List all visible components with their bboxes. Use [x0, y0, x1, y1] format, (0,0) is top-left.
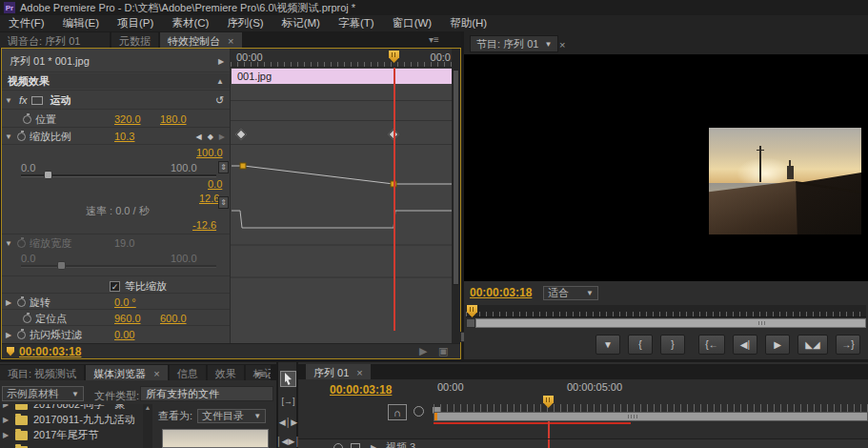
tree-scrollbar[interactable]: ▲ [143, 404, 152, 448]
keyframe-icon[interactable] [235, 129, 246, 139]
program-timeruler[interactable] [466, 305, 866, 317]
scale-value[interactable]: 10.3 [114, 131, 134, 142]
motion-label[interactable]: 运动 [50, 93, 71, 108]
step-back-button[interactable]: ◀| [733, 335, 757, 355]
tree-item[interactable]: ▶ 20170802-同学一聚 [0, 404, 152, 412]
menu-clip[interactable]: 素材(C) [172, 16, 209, 31]
tab-effect-controls[interactable]: 特效控制台 × [160, 32, 242, 48]
folder-icon [15, 431, 28, 440]
selection-tool[interactable] [280, 371, 296, 387]
vertical-scrollbar[interactable] [452, 49, 460, 358]
go-to-out-button[interactable]: →} [836, 335, 860, 355]
anchor-y-value[interactable]: 600.0 [160, 313, 187, 324]
mark-in-button[interactable]: { [628, 335, 653, 355]
settings-icon[interactable] [414, 406, 424, 417]
play-toggle-icon[interactable]: ▶ [218, 57, 224, 66]
menu-title[interactable]: 字幕(T) [338, 16, 374, 31]
tree-item[interactable]: ▶ 20170911-九九九活动 [0, 413, 152, 427]
scale-slider[interactable] [21, 174, 216, 177]
toggle-effects-icon[interactable]: ▣ [438, 345, 448, 357]
menu-project[interactable]: 项目(P) [117, 16, 153, 31]
ripple-edit-tool[interactable]: ◀│▶ [280, 414, 296, 430]
media-thumbnail[interactable] [162, 429, 269, 448]
stopwatch-icon[interactable] [17, 298, 26, 307]
program-scrollbar[interactable] [466, 318, 866, 328]
tab-effects[interactable]: 效果 [208, 365, 244, 380]
checkbox-checked[interactable]: ✓ [110, 281, 120, 292]
timeline-timecode[interactable]: 00:00:03:18 [330, 383, 392, 397]
mini-timeruler[interactable]: 00:00 00:0 [231, 49, 453, 68]
reset-icon[interactable]: ↺ [215, 94, 224, 107]
tab-metadata[interactable]: 元数据 [111, 32, 158, 48]
menu-edit[interactable]: 编辑(E) [63, 16, 99, 31]
stopwatch-icon[interactable] [17, 132, 26, 141]
collapse-icon[interactable]: ▲ [216, 77, 224, 86]
value-spinner[interactable]: ⇕ [218, 196, 229, 209]
tab-info[interactable]: 信息 [170, 365, 206, 380]
slider-knob[interactable] [44, 171, 52, 179]
close-icon[interactable]: × [559, 39, 565, 51]
close-icon[interactable]: × [356, 367, 362, 378]
clip-bar[interactable]: 001.jpg [232, 69, 452, 84]
value-spinner[interactable]: ⇕ [218, 161, 229, 173]
snap-icon[interactable]: ∩ [388, 404, 407, 420]
track-visibility-icon[interactable] [333, 443, 343, 448]
tab-project[interactable]: 项目: 视频测试 [0, 365, 84, 380]
add-marker-button[interactable]: ▼ [595, 335, 620, 355]
stopwatch-icon[interactable] [23, 315, 31, 323]
close-icon[interactable]: × [153, 368, 159, 379]
panel-menu-icon[interactable]: ▾≡ [255, 369, 266, 379]
next-keyframe-icon[interactable]: ▶ [219, 132, 225, 141]
expander-icon[interactable]: ▶ [371, 443, 376, 448]
expander-icon[interactable]: ▼ [2, 96, 15, 105]
scale-width-value[interactable]: 19.0 [114, 237, 134, 249]
file-type-value[interactable]: 所有支持的文件 [140, 386, 273, 401]
playhead-line[interactable] [394, 68, 395, 331]
add-keyframe-icon[interactable]: ◆ [208, 132, 213, 141]
stopwatch-icon[interactable] [17, 331, 26, 339]
scale-mid-value[interactable]: 0.0 [208, 178, 222, 190]
menu-sequence[interactable]: 序列(S) [227, 16, 263, 31]
mark-out-button[interactable]: } [660, 335, 685, 355]
tree-item[interactable]: ▶ 2017年尾牙节 [0, 428, 152, 442]
tab-audio-mixer[interactable]: 调音台: 序列 01 [0, 32, 110, 48]
rolling-edit-tool[interactable]: │◀▶│ [280, 433, 296, 448]
effects-bottom-bar: 00:00:03:18 ▶ ▣ [2, 343, 460, 358]
expander-icon[interactable]: ▼ [2, 132, 15, 141]
menu-marker[interactable]: 标记(M) [282, 16, 320, 31]
tab-sequence-01[interactable]: 序列 01 × [306, 364, 371, 379]
menu-file[interactable]: 文件(F) [9, 16, 45, 31]
scale-width-slider[interactable] [21, 265, 216, 268]
effects-timecode[interactable]: 00:00:03:18 [19, 345, 81, 358]
tree-item[interactable]: ▶ [0, 443, 152, 448]
rotation-value[interactable]: 0.0 ° [114, 296, 136, 308]
scale-neg-value[interactable]: -12.6 [192, 219, 216, 231]
track-lock-icon[interactable] [351, 443, 360, 448]
antiflicker-value[interactable]: 0.00 [114, 329, 134, 340]
play-audio-icon[interactable]: ▶ [419, 345, 427, 357]
timeline-timeruler[interactable]: 00:00 00:00:05:00 [434, 379, 868, 412]
fit-select[interactable]: 适合 ▼ [543, 286, 598, 300]
menu-help[interactable]: 帮助(H) [450, 16, 487, 31]
menu-window[interactable]: 窗口(W) [393, 16, 433, 31]
anchor-x-value[interactable]: 960.0 [114, 313, 141, 324]
tab-media-browser[interactable]: 媒体浏览器 × [86, 365, 168, 380]
go-to-in-button[interactable]: {← [698, 335, 725, 355]
scale-max-value[interactable]: 100.0 [196, 147, 223, 158]
trim-button[interactable]: ◣◢ [797, 335, 828, 355]
track-select-tool[interactable]: [→] [280, 393, 296, 409]
source-select[interactable]: 示例原材料 ▼ [2, 386, 84, 401]
program-timecode[interactable]: 00:00:03:18 [470, 286, 532, 299]
position-y-value[interactable]: 180.0 [160, 113, 187, 125]
position-x-value[interactable]: 320.0 [114, 113, 141, 125]
prev-keyframe-icon[interactable]: ◀ [196, 132, 202, 141]
scale-low-value[interactable]: 12.6 [199, 193, 219, 204]
close-icon[interactable]: × [228, 35, 233, 47]
play-button[interactable]: ▶ [765, 335, 790, 355]
panel-menu-icon[interactable]: ▾≡ [429, 34, 439, 45]
stopwatch-icon[interactable] [23, 115, 31, 124]
view-as-select[interactable]: 文件目录 ▼ [197, 409, 266, 423]
stopwatch-icon[interactable] [17, 239, 26, 248]
tab-program-monitor[interactable]: 节目: 序列 01 ▼ [470, 35, 558, 52]
work-area-bar[interactable] [434, 412, 868, 421]
